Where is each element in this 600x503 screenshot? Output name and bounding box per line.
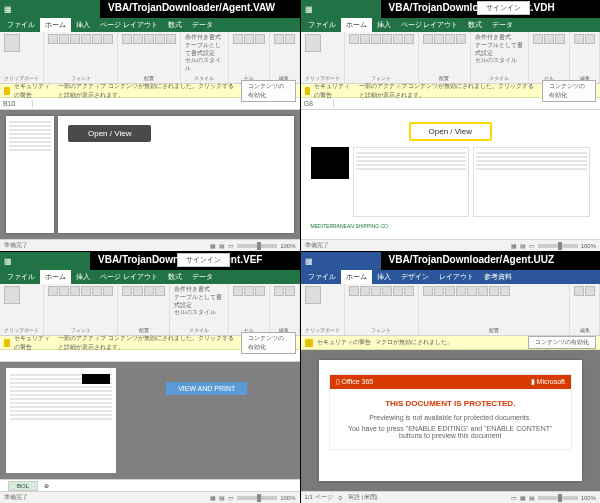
zoom-slider[interactable]: [237, 496, 277, 500]
cell-ref[interactable]: B10: [3, 100, 33, 107]
italic-icon[interactable]: [59, 34, 69, 44]
zoom-level[interactable]: 100%: [581, 243, 596, 249]
view-layout-icon[interactable]: ▤: [219, 494, 225, 501]
paste-icon[interactable]: [4, 286, 20, 304]
signin-badge[interactable]: サインイン: [477, 1, 530, 15]
status-bar: 準備完了 ▦ ▤ ▭ 100%: [301, 239, 601, 251]
view-print-icon[interactable]: ▦: [520, 494, 526, 501]
tab-insert[interactable]: 挿入: [71, 18, 95, 32]
add-sheet-icon[interactable]: ⊕: [44, 482, 49, 489]
tab-file[interactable]: ファイル: [2, 270, 40, 284]
view-web-icon[interactable]: ▤: [529, 494, 535, 501]
zoom-slider[interactable]: [538, 496, 578, 500]
tab-home[interactable]: ホーム: [341, 270, 372, 284]
view-normal-icon[interactable]: ▦: [511, 242, 517, 249]
sum-icon[interactable]: [274, 34, 284, 44]
tab-layout[interactable]: レイアウト: [434, 270, 479, 284]
invoice-table-right: [473, 147, 590, 217]
tab-file[interactable]: ファイル: [2, 18, 40, 32]
view-break-icon[interactable]: ▭: [529, 242, 535, 249]
cond-fmt-item[interactable]: 条件付き書式: [185, 34, 224, 42]
ribbon-clipboard: クリップボード: [301, 284, 345, 335]
fontcolor-icon[interactable]: [103, 34, 113, 44]
delete-cell-icon[interactable]: [244, 34, 254, 44]
ribbon-editing: 編集: [270, 32, 300, 83]
doc-area[interactable]: ▯ Office 365 ▮ Microsoft THIS DOCUMENT I…: [301, 350, 601, 491]
cell-styles-item[interactable]: セルのスタイル: [185, 57, 224, 73]
view-layout-icon[interactable]: ▤: [219, 242, 225, 249]
status-ready: 準備完了: [4, 493, 28, 502]
insert-cell-icon[interactable]: [233, 34, 243, 44]
tab-home[interactable]: ホーム: [341, 18, 372, 32]
tab-references[interactable]: 参考資料: [479, 270, 517, 284]
sheet-area[interactable]: VIEW AND PRINT: [0, 362, 300, 479]
sheet-area[interactable]: Open / View MEDITERRANEAN SHIPPING CO.: [301, 110, 601, 239]
zoom-level[interactable]: 100%: [280, 243, 295, 249]
format-cell-icon[interactable]: [255, 34, 265, 44]
view-break-icon[interactable]: ▭: [228, 242, 234, 249]
ribbon-alignment: 配置: [419, 32, 471, 83]
page-count[interactable]: 1/1 ページ: [305, 493, 333, 502]
view-normal-icon[interactable]: ▦: [210, 242, 216, 249]
view-layout-icon[interactable]: ▤: [520, 242, 526, 249]
tab-file[interactable]: ファイル: [303, 18, 341, 32]
tab-insert[interactable]: 挿入: [71, 270, 95, 284]
zoom-slider[interactable]: [237, 244, 277, 248]
tab-pagelayout[interactable]: ページ レイアウト: [95, 270, 163, 284]
tab-data[interactable]: データ: [487, 18, 518, 32]
ribbon: クリップボード フォント 配置 条件付き書式 テーブルとして書式設定 セルのスタ…: [0, 284, 300, 336]
tab-pagelayout[interactable]: ページ レイアウト: [396, 18, 464, 32]
border-icon[interactable]: [81, 34, 91, 44]
tab-file[interactable]: ファイル: [303, 270, 341, 284]
merge-icon[interactable]: [166, 34, 176, 44]
tab-home[interactable]: ホーム: [40, 18, 71, 32]
ribbon-clipboard: クリップボード: [0, 32, 44, 83]
word-count[interactable]: 0: [339, 495, 342, 501]
tab-home[interactable]: ホーム: [40, 270, 71, 284]
lang-status[interactable]: 英語 (米国): [348, 493, 378, 502]
sort-icon[interactable]: [285, 34, 295, 44]
paste-icon[interactable]: [305, 34, 321, 52]
paste-icon[interactable]: [305, 286, 321, 304]
table-fmt-item[interactable]: テーブルとして書式設定: [185, 42, 224, 58]
tab-insert[interactable]: 挿入: [372, 270, 396, 284]
signin-badge[interactable]: サインイン: [177, 253, 230, 267]
fake-bol-form: [6, 368, 116, 473]
tab-data[interactable]: データ: [187, 270, 218, 284]
app-icon: ▦: [4, 5, 12, 14]
sheet-tab-bol[interactable]: BOL: [8, 481, 38, 491]
align-left-icon[interactable]: [122, 34, 132, 44]
tab-formulas[interactable]: 数式: [163, 270, 187, 284]
zoom-level[interactable]: 100%: [280, 495, 295, 501]
zoom-level[interactable]: 100%: [581, 495, 596, 501]
open-view-lure: Open / View: [311, 120, 591, 141]
align-right-icon[interactable]: [144, 34, 154, 44]
warning-label: セキュリティの警告: [14, 334, 54, 352]
cell-ref[interactable]: G8: [304, 100, 334, 107]
bold-icon[interactable]: [48, 34, 58, 44]
open-view-lure[interactable]: Open / View: [68, 122, 151, 142]
ribbon-alignment: 配置: [118, 32, 181, 83]
align-center-icon[interactable]: [133, 34, 143, 44]
paste-icon[interactable]: [4, 34, 20, 52]
wrap-icon[interactable]: [155, 34, 165, 44]
view-read-icon[interactable]: ▭: [511, 494, 517, 501]
protected-line2: You have to press "ENABLE EDITING" and "…: [338, 425, 564, 439]
tab-formulas[interactable]: 数式: [163, 18, 187, 32]
overlay-label: VBA/TrojanDownloader/Agent.UUZ: [381, 252, 601, 270]
tab-design[interactable]: デザイン: [396, 270, 434, 284]
zoom-slider[interactable]: [538, 244, 578, 248]
view-print-lure[interactable]: VIEW AND PRINT: [166, 382, 247, 395]
tab-pagelayout[interactable]: ページ レイアウト: [95, 18, 163, 32]
shield-icon: [305, 339, 313, 347]
sheet-area[interactable]: Open / View: [0, 110, 300, 239]
enable-content-button[interactable]: コンテンツの有効化: [528, 336, 596, 349]
tab-data[interactable]: データ: [187, 18, 218, 32]
view-normal-icon[interactable]: ▦: [210, 494, 216, 501]
tab-insert[interactable]: 挿入: [372, 18, 396, 32]
tab-formulas[interactable]: 数式: [463, 18, 487, 32]
fill-icon[interactable]: [92, 34, 102, 44]
underline-icon[interactable]: [70, 34, 80, 44]
warning-text: 一部のアクティブ コンテンツが無効にされました。クリックすると詳細が表示されます…: [58, 334, 237, 352]
view-break-icon[interactable]: ▭: [228, 494, 234, 501]
